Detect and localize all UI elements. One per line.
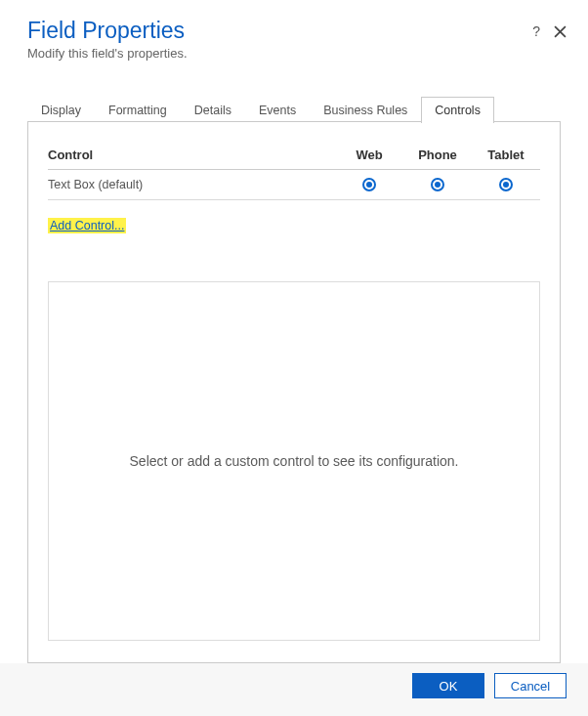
tab-business-rules[interactable]: Business Rules [310,97,421,123]
ok-button[interactable]: OK [412,673,484,698]
dialog-footer: OK Cancel [0,663,588,716]
dialog-header: Field Properties Modify this field's pro… [0,0,588,70]
radio-phone[interactable] [431,178,444,191]
add-control-link[interactable]: Add Control... [48,218,126,233]
tab-events[interactable]: Events [245,97,310,123]
col-phone-label: Phone [403,147,472,162]
config-placeholder: Select or add a custom control to see it… [130,453,459,469]
controls-table-header: Control Web Phone Tablet [48,142,540,170]
control-config-area: Select or add a custom control to see it… [48,281,540,641]
close-icon[interactable] [554,25,567,38]
tab-controls[interactable]: Controls [421,97,494,123]
header-actions: ? [532,23,567,39]
radio-web[interactable] [362,178,376,191]
controls-table: Control Web Phone Tablet Text Box (defau… [48,142,540,200]
tab-details[interactable]: Details [181,97,245,123]
help-icon[interactable]: ? [532,23,540,39]
field-properties-dialog: Field Properties Modify this field's pro… [0,0,588,716]
col-tablet-label: Tablet [472,147,540,162]
dialog-body: Display Formatting Details Events Busine… [0,70,588,663]
table-row[interactable]: Text Box (default) [48,170,540,200]
col-web-label: Web [335,147,403,162]
radio-tablet[interactable] [499,178,513,191]
dialog-title: Field Properties [27,18,561,44]
controls-tab-panel: Control Web Phone Tablet Text Box (defau… [27,122,561,663]
tab-display[interactable]: Display [27,97,95,123]
cancel-button[interactable]: Cancel [494,673,567,698]
control-name-cell: Text Box (default) [48,178,335,191]
col-control-label: Control [48,147,335,162]
tabs-row: Display Formatting Details Events Busine… [27,96,561,122]
tab-formatting[interactable]: Formatting [95,97,181,123]
dialog-subtitle: Modify this field's properties. [27,46,561,61]
add-control-wrap: Add Control... [48,218,540,232]
